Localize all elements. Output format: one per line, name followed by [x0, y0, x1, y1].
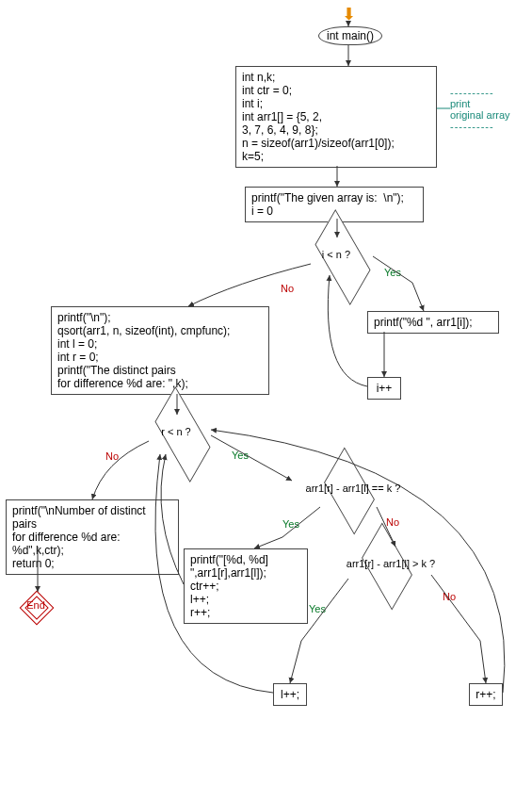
- pair-found-block: printf("[%d, %d] ",arr1[r],arr1[l]); ctr…: [184, 548, 308, 624]
- r-inc-text: r++;: [476, 688, 495, 701]
- edge-no-4: No: [443, 591, 456, 602]
- i-inc-text: i++: [377, 382, 393, 395]
- pair-found-text: printf("[%d, %d] ",arr1[r],arr1[l]); ctr…: [190, 553, 301, 619]
- comment-dash-bot: ----------: [450, 121, 510, 132]
- edge-yes-3: Yes: [282, 518, 299, 530]
- edge-yes-4: Yes: [309, 603, 326, 614]
- comment-annotation: ---------- print original array --------…: [450, 87, 510, 132]
- print-elem-text: printf("%d ", arr1[i]);: [374, 316, 473, 329]
- edge-no-2: No: [105, 450, 119, 462]
- main-terminal: int main(): [318, 26, 382, 45]
- cond-r-lt-n-label: r < n ?: [123, 426, 229, 437]
- sort-block: printf("\n"); qsort(arr1, n, sizeof(int)…: [51, 306, 269, 395]
- final-print-text: printf("\nNumber of distinct pairs for d…: [12, 504, 172, 570]
- cond-r-lt-n: r < n ?: [143, 415, 209, 452]
- comment-text: print original array: [450, 98, 510, 121]
- init-block: int n,k; int ctr = 0; int i; int arr1[] …: [235, 66, 437, 168]
- edge-yes-1: Yes: [384, 267, 401, 278]
- r-inc-block: r++;: [469, 683, 503, 706]
- i-inc-block: i++: [367, 377, 401, 400]
- start-arrow-icon: ⬇: [342, 4, 356, 25]
- main-terminal-label: int main(): [327, 29, 374, 42]
- cond-diff-gt-k-label: arr1[r] - arr1[l] > k ?: [293, 558, 489, 569]
- comment-dash-top: ----------: [450, 87, 510, 98]
- edge-no-3: No: [386, 516, 399, 528]
- l-inc-block: l++;: [273, 683, 307, 706]
- edge-no-1: No: [281, 283, 294, 294]
- init-block-text: int n,k; int ctr = 0; int i; int arr1[] …: [242, 71, 430, 163]
- print-elem-block: printf("%d ", arr1[i]);: [367, 311, 499, 334]
- edge-yes-2: Yes: [232, 450, 249, 461]
- end-label: End: [21, 599, 51, 611]
- cond-diff-gt-k: arr1[r] - arr1[l] > k ?: [330, 547, 452, 584]
- cond-i-lt-n: i < n ?: [303, 237, 369, 275]
- end-terminal: End: [23, 594, 49, 620]
- cond-diff-eq-k: arr1[r] - arr1[l] == k ?: [292, 471, 414, 509]
- sort-block-text: printf("\n"); qsort(arr1, n, sizeof(int)…: [57, 311, 263, 390]
- cond-diff-eq-k-label: arr1[r] - arr1[l] == k ?: [255, 482, 451, 494]
- final-print-block: printf("\nNumber of distinct pairs for d…: [6, 499, 179, 575]
- cond-i-lt-n-label: i < n ?: [283, 249, 389, 260]
- l-inc-text: l++;: [281, 688, 299, 701]
